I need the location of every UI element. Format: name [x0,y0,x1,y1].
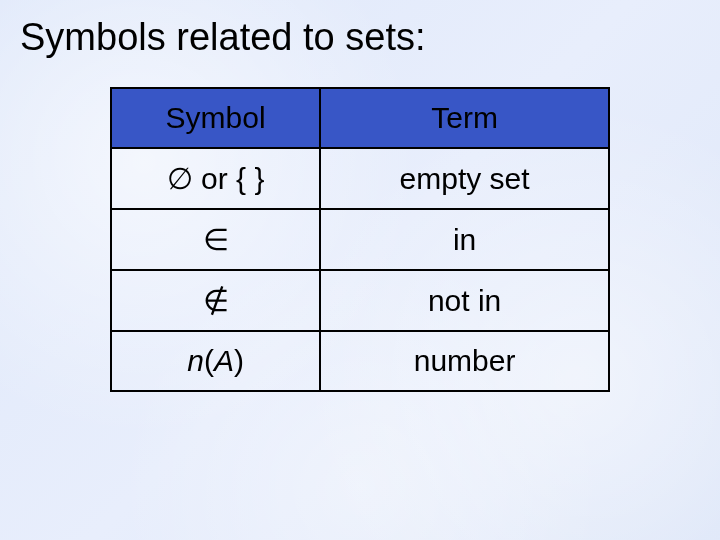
col-header-symbol: Symbol [111,88,320,148]
table-row: ∅ or { } empty set [111,148,609,209]
symbols-table: Symbol Term ∅ or { } empty set ∈ in ∉ no… [110,87,610,392]
page-title: Symbols related to sets: [20,16,700,59]
table-row: ∉ not in [111,270,609,331]
cell-term: empty set [320,148,609,209]
col-header-term: Term [320,88,609,148]
slide: Symbols related to sets: Symbol Term ∅ o… [0,0,720,540]
cell-term: number [320,331,609,391]
cell-symbol: ∉ [111,270,320,331]
cell-symbol: n(A) [111,331,320,391]
cell-term: not in [320,270,609,331]
cell-symbol: ∅ or { } [111,148,320,209]
table-row: n(A) number [111,331,609,391]
cell-term: in [320,209,609,270]
table-row: ∈ in [111,209,609,270]
cell-symbol: ∈ [111,209,320,270]
table-header-row: Symbol Term [111,88,609,148]
